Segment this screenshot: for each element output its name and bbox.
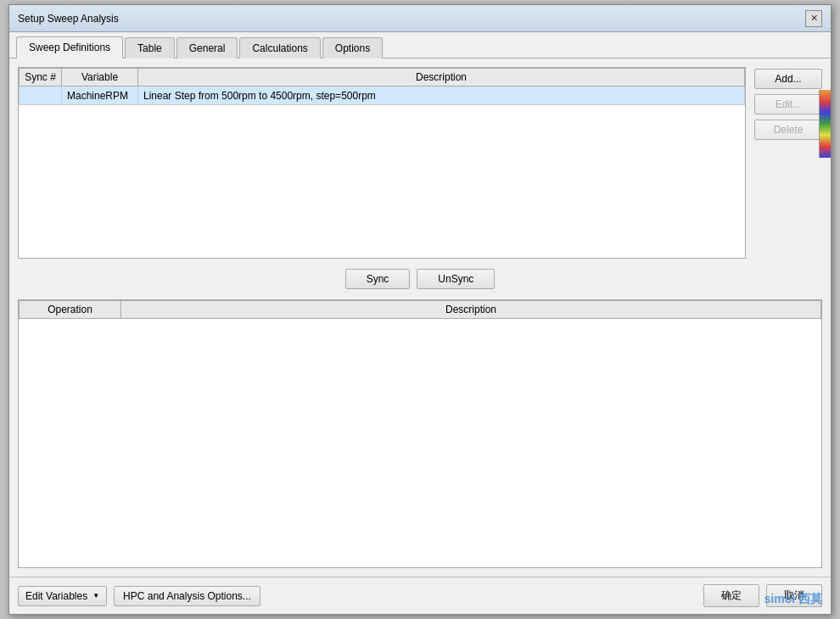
op-col-description: Description <box>121 300 821 318</box>
side-buttons: Add... Edit... Delete <box>754 67 822 259</box>
edit-button[interactable]: Edit... <box>754 94 822 114</box>
sync-row: Sync UnSync <box>18 265 822 293</box>
unsync-button[interactable]: UnSync <box>417 269 495 289</box>
op-col-operation: Operation <box>20 300 121 318</box>
window-title: Setup Sweep Analysis <box>18 13 119 25</box>
tab-general[interactable]: General <box>176 37 238 59</box>
cancel-button[interactable]: 取消 <box>766 584 822 607</box>
dialog-window: Setup Sweep Analysis ✕ Sweep Definitions… <box>8 4 832 615</box>
table-row-empty <box>20 105 745 258</box>
col-description: Description <box>138 69 745 86</box>
sweep-table: Sync # Variable Description MachineRPM L… <box>19 68 745 258</box>
tabs-bar: Sweep Definitions Table General Calculat… <box>9 32 831 59</box>
add-button[interactable]: Add... <box>754 69 822 89</box>
tab-options[interactable]: Options <box>322 37 383 59</box>
sync-button[interactable]: Sync <box>345 269 411 289</box>
footer-right: 确定 取消 <box>703 584 822 607</box>
cell-sync <box>20 86 62 105</box>
content-area: Sync # Variable Description MachineRPM L… <box>9 59 831 577</box>
ok-button[interactable]: 确定 <box>703 584 759 607</box>
tab-sweep-definitions[interactable]: Sweep Definitions <box>16 36 123 59</box>
col-sync: Sync # <box>20 69 62 86</box>
delete-button[interactable]: Delete <box>754 120 822 140</box>
edit-variables-button[interactable]: Edit Variables ▼ <box>18 586 107 606</box>
operation-section: Operation Description <box>18 299 822 569</box>
title-bar: Setup Sweep Analysis ✕ <box>9 5 831 32</box>
footer-left: Edit Variables ▼ HPC and Analysis Option… <box>18 586 697 606</box>
op-row-empty <box>20 318 821 488</box>
table-row[interactable]: MachineRPM Linear Step from 500rpm to 45… <box>20 86 745 105</box>
footer: Edit Variables ▼ HPC and Analysis Option… <box>9 577 831 614</box>
hpc-options-button[interactable]: HPC and Analysis Options... <box>114 586 260 606</box>
operation-table: Operation Description <box>19 300 821 488</box>
dropdown-arrow-icon: ▼ <box>92 592 99 599</box>
top-section: Sync # Variable Description MachineRPM L… <box>18 67 822 259</box>
sweep-table-container: Sync # Variable Description MachineRPM L… <box>18 67 746 259</box>
col-variable: Variable <box>62 69 138 86</box>
cell-description: Linear Step from 500rpm to 4500rpm, step… <box>138 86 745 105</box>
color-bar <box>819 90 831 158</box>
tab-calculations[interactable]: Calculations <box>239 37 320 59</box>
cell-variable: MachineRPM <box>62 86 138 105</box>
close-button[interactable]: ✕ <box>805 10 822 27</box>
tab-table[interactable]: Table <box>125 37 175 59</box>
